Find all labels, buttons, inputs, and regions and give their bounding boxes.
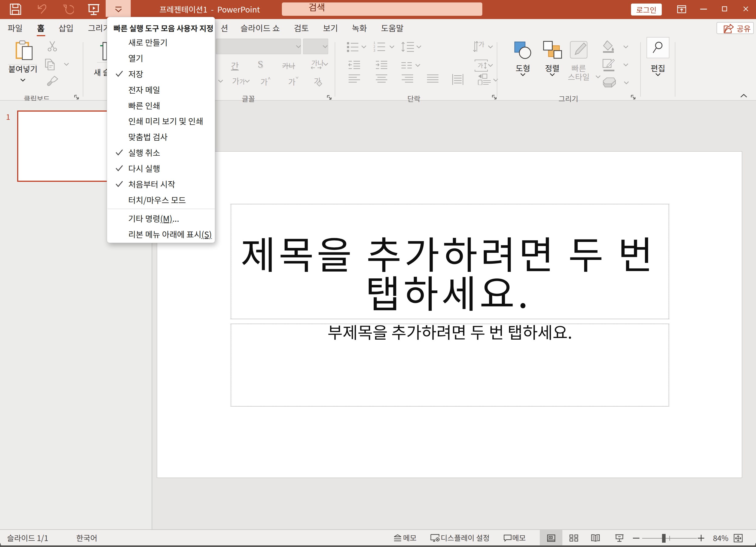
svg-text:가: 가 xyxy=(478,61,483,69)
svg-text:가: 가 xyxy=(478,41,484,49)
svg-text:3: 3 xyxy=(373,48,375,53)
